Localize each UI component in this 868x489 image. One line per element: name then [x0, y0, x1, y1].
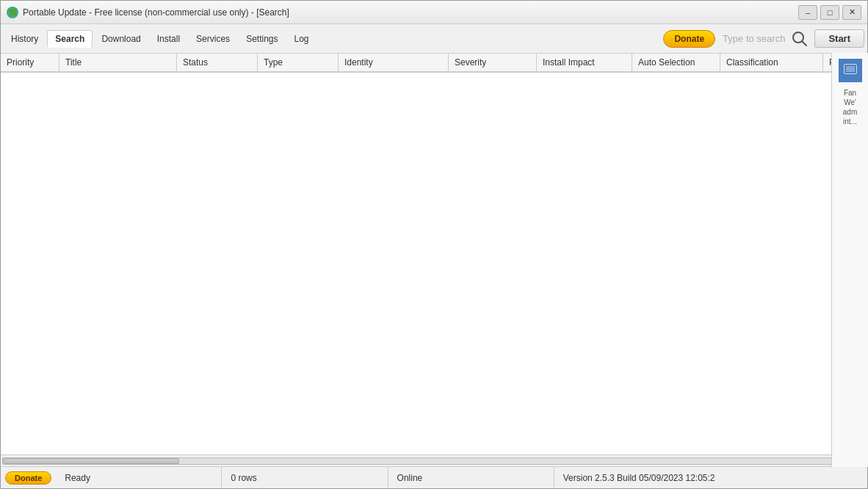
svg-rect-4 — [846, 66, 855, 72]
donate-button-status[interactable]: Donate — [5, 471, 51, 485]
close-button[interactable]: ✕ — [842, 5, 861, 20]
search-icon-button[interactable] — [789, 29, 810, 49]
col-header-title[interactable]: Title — [59, 54, 177, 71]
window-title: Portable Update - Free license (non-comm… — [23, 7, 289, 18]
col-header-status[interactable]: Status — [177, 54, 258, 71]
start-button[interactable]: Start — [814, 29, 864, 48]
status-version: Version 2.5.3 Build 05/09/2023 12:05:2 — [554, 467, 867, 488]
menu-item-download[interactable]: Download — [94, 31, 148, 47]
donate-button-header[interactable]: Donate — [663, 30, 715, 48]
col-header-priority[interactable]: Priority — [1, 54, 59, 71]
status-online: Online — [388, 467, 554, 488]
col-header-auto-selection[interactable]: Auto Selection — [632, 54, 720, 71]
menu-item-history[interactable]: History — [4, 31, 46, 47]
table-body[interactable] — [1, 73, 867, 454]
title-bar: 🌿 Portable Update - Free license (non-co… — [1, 1, 867, 24]
col-header-identity[interactable]: Identity — [339, 54, 449, 71]
maximize-button[interactable]: □ — [820, 5, 839, 20]
svg-line-1 — [803, 41, 807, 46]
status-ready: Ready — [56, 467, 222, 488]
status-rows: 0 rows — [222, 467, 388, 488]
menu-item-log[interactable]: Log — [286, 31, 316, 47]
side-panel: FanWe'admint... — [831, 53, 868, 467]
col-header-install-impact[interactable]: Install Impact — [537, 54, 632, 71]
scrollbar-track — [2, 457, 866, 465]
col-header-classification[interactable]: Classification — [720, 54, 823, 71]
menu-item-search[interactable]: Search — [47, 30, 93, 48]
side-panel-icon — [839, 59, 862, 82]
side-panel-text: FanWe'admint... — [835, 88, 865, 126]
minimize-button[interactable]: – — [798, 5, 817, 20]
horizontal-scrollbar[interactable] — [1, 454, 867, 466]
window-controls: – □ ✕ — [798, 5, 861, 20]
col-header-severity[interactable]: Severity — [449, 54, 537, 71]
main-content: Priority Title Status Type Identity Seve… — [1, 54, 867, 466]
col-header-type[interactable]: Type — [258, 54, 339, 71]
table-header: Priority Title Status Type Identity Seve… — [1, 54, 867, 73]
scrollbar-thumb[interactable] — [3, 458, 179, 464]
menu-item-services[interactable]: Services — [189, 31, 237, 47]
search-icon — [792, 31, 808, 47]
menu-item-install[interactable]: Install — [150, 31, 187, 47]
menu-item-settings[interactable]: Settings — [239, 31, 285, 47]
menu-bar: History Search Download Install Services… — [1, 24, 867, 54]
status-bar: Donate Ready 0 rows Online Version 2.5.3… — [1, 466, 867, 488]
search-placeholder: Type to search — [723, 33, 785, 44]
app-icon: 🌿 — [7, 7, 18, 18]
